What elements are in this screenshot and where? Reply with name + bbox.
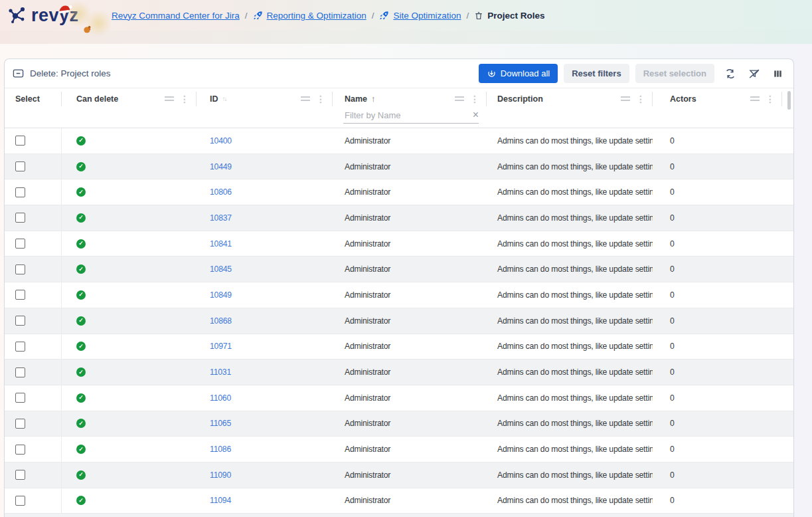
can-delete-check-icon: ✓ <box>76 470 86 480</box>
column-menu-icon[interactable]: ⋮ <box>636 96 645 102</box>
sort-ascending-icon[interactable]: ↑ <box>371 94 376 104</box>
row-checkbox[interactable] <box>15 367 25 377</box>
breadcrumb-link-site-optimization[interactable]: Site Optimization <box>393 11 461 21</box>
row-id-link[interactable]: 10868 <box>210 316 232 326</box>
row-actors-count: 0 <box>670 290 675 300</box>
row-description: Admins can do most things, like update s… <box>497 239 653 249</box>
drag-handle-icon[interactable] <box>165 96 174 101</box>
row-checkbox[interactable] <box>15 187 25 197</box>
table-row: ✓ 10837 Administrator Admins can do most… <box>5 205 793 231</box>
can-delete-check-icon: ✓ <box>76 316 86 326</box>
drag-handle-icon[interactable] <box>301 96 310 101</box>
download-all-button[interactable]: Download all <box>479 64 558 83</box>
column-menu-icon[interactable]: ⋮ <box>316 96 325 102</box>
row-checkbox[interactable] <box>15 290 25 300</box>
row-id-link[interactable]: 10837 <box>210 213 232 223</box>
row-checkbox[interactable] <box>15 470 25 480</box>
row-checkbox[interactable] <box>15 239 25 249</box>
row-id-link[interactable]: 10806 <box>210 187 232 197</box>
row-description: Admins can do most things, like update s… <box>497 187 653 197</box>
drag-handle-icon[interactable] <box>621 96 630 101</box>
row-checkbox[interactable] <box>15 316 25 326</box>
row-checkbox[interactable] <box>15 393 25 403</box>
row-id-link[interactable]: 10845 <box>210 264 232 274</box>
breadcrumb-link-command-center[interactable]: Revyz Command Center for Jira <box>112 11 240 21</box>
row-name: Administrator <box>345 136 390 146</box>
column-menu-icon[interactable]: ⋮ <box>180 96 189 102</box>
row-actors-count: 0 <box>670 187 675 197</box>
drag-handle-icon[interactable] <box>455 96 464 101</box>
row-actors-count: 0 <box>670 162 675 171</box>
download-all-label: Download all <box>501 68 550 78</box>
sort-both-icon[interactable]: ↑↓ <box>222 95 226 102</box>
row-checkbox[interactable] <box>15 136 25 146</box>
row-checkbox[interactable] <box>15 213 25 223</box>
column-header-actors[interactable]: Actors ⋮ <box>653 92 782 106</box>
column-menu-icon[interactable]: ⋮ <box>766 96 775 102</box>
columns-button[interactable] <box>770 66 785 81</box>
row-checkbox[interactable] <box>15 445 25 455</box>
row-id-link[interactable]: 10849 <box>210 290 232 300</box>
row-description: Admins can do most things, like update s… <box>497 162 653 171</box>
breadcrumb: Revyz Command Center for Jira / Reportin… <box>112 11 545 21</box>
row-checkbox[interactable] <box>15 161 25 171</box>
breadcrumb-separator: / <box>372 11 374 21</box>
table-row: ✓ 10971 Administrator Admins can do most… <box>5 334 793 360</box>
row-id-link[interactable]: 11031 <box>210 367 231 377</box>
table-row: ✓ 11065 Administrator Admins can do most… <box>5 411 793 437</box>
vertical-scrollbar[interactable] <box>787 91 791 110</box>
app-window: revyz Revyz Command Center for Jira <box>0 0 812 517</box>
row-name: Administrator <box>345 342 390 351</box>
table-row: ✓ 11060 Administrator Admins can do most… <box>5 385 793 411</box>
row-actors-count: 0 <box>670 393 675 403</box>
row-id-link[interactable]: 11086 <box>210 445 231 454</box>
row-id-link[interactable]: 10971 <box>210 342 232 351</box>
reset-selection-button[interactable]: Reset selection <box>635 64 714 83</box>
disable-filters-button[interactable] <box>746 66 762 82</box>
column-header-can-delete[interactable]: Can delete ⋮ <box>62 92 197 106</box>
row-id-link[interactable]: 11060 <box>210 393 231 403</box>
table-row: ✓ 10849 Administrator Admins can do most… <box>5 282 793 308</box>
column-header-description[interactable]: Description ⋮ <box>487 92 653 106</box>
reset-filters-button[interactable]: Reset filters <box>564 64 629 83</box>
row-id-link[interactable]: 10841 <box>210 239 232 249</box>
row-description: Admins can do most things, like update s… <box>497 496 653 505</box>
row-actors-count: 0 <box>670 496 675 505</box>
row-name: Administrator <box>345 316 390 326</box>
row-id-link[interactable]: 11090 <box>210 470 231 480</box>
table-row: ✓ 10845 Administrator Admins can do most… <box>5 257 793 282</box>
column-menu-icon[interactable]: ⋮ <box>470 96 479 102</box>
rocket-icon <box>379 11 389 21</box>
row-id-link[interactable]: 11094 <box>210 496 231 505</box>
table-row: ✓ 11086 Administrator Admins can do most… <box>5 437 793 463</box>
can-delete-check-icon: ✓ <box>76 239 86 249</box>
row-id-link[interactable]: 10449 <box>210 162 232 171</box>
row-actors-count: 0 <box>670 419 675 428</box>
drag-handle-icon[interactable] <box>750 96 760 101</box>
column-header-name[interactable]: Name ↑ ⋮ <box>333 92 487 106</box>
row-checkbox[interactable] <box>15 419 25 429</box>
row-name: Administrator <box>345 470 390 480</box>
clear-filter-icon[interactable]: × <box>473 109 479 121</box>
download-icon <box>487 68 497 78</box>
row-id-link[interactable]: 10400 <box>210 136 232 146</box>
brand-logo[interactable]: revyz <box>7 5 101 26</box>
name-filter-input[interactable] <box>343 109 479 124</box>
row-checkbox[interactable] <box>15 496 25 506</box>
breadcrumb-separator: / <box>466 11 469 21</box>
row-name: Administrator <box>345 162 390 171</box>
row-actors-count: 0 <box>670 470 675 480</box>
can-delete-check-icon: ✓ <box>76 393 86 403</box>
row-checkbox[interactable] <box>15 342 25 352</box>
table-row: ✓ 10449 Administrator Admins can do most… <box>5 154 793 180</box>
row-description: Admins can do most things, like update s… <box>497 419 653 428</box>
row-checkbox[interactable] <box>15 264 25 274</box>
card-title: Delete: Project roles <box>30 68 111 78</box>
row-description: Admins can do most things, like update s… <box>497 445 653 454</box>
row-id-link[interactable]: 11065 <box>210 419 231 428</box>
column-header-id[interactable]: ID ↑↓ ⋮ <box>197 92 333 106</box>
refresh-button[interactable] <box>722 66 738 82</box>
row-description: Admins can do most things, like update s… <box>497 367 653 377</box>
breadcrumb-link-reporting-optimization[interactable]: Reporting & Optimization <box>267 11 366 21</box>
table-row: ✓ 11094 Administrator Admins can do most… <box>5 488 793 514</box>
